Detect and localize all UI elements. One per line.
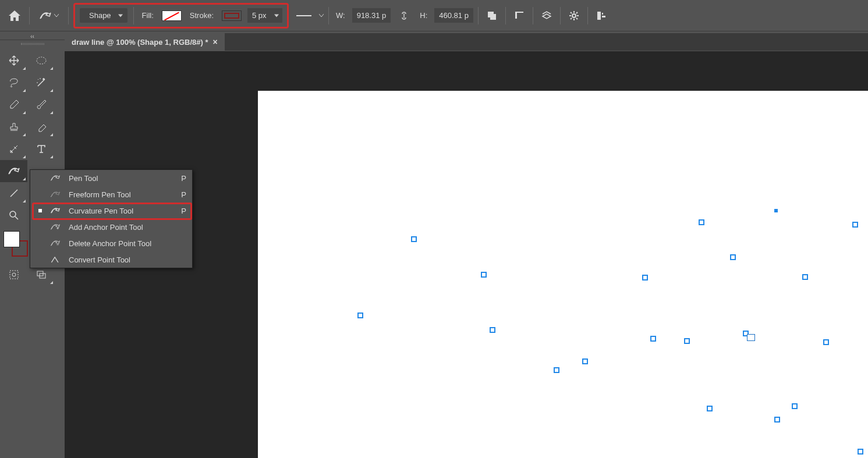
document-tab[interactable]: draw line @ 100% (Shape 1, RGB/8#) * × bbox=[65, 33, 225, 51]
path-anchor-point[interactable] bbox=[792, 403, 798, 409]
path-anchor-point[interactable] bbox=[774, 417, 780, 423]
divider bbox=[505, 7, 506, 24]
path-operations-button[interactable] bbox=[483, 7, 501, 24]
path-anchor-point-selected[interactable] bbox=[773, 208, 779, 214]
divider bbox=[478, 7, 479, 24]
close-tab-button[interactable]: × bbox=[212, 37, 217, 47]
tool-pen[interactable] bbox=[0, 160, 27, 182]
flyout-item[interactable]: Freeform Pen ToolP bbox=[30, 186, 192, 203]
shortcut-label: P bbox=[175, 190, 186, 199]
path-anchor-point[interactable] bbox=[823, 339, 829, 345]
stroke-width-input[interactable]: 5 px bbox=[247, 8, 282, 23]
fill-label: Fill: bbox=[142, 11, 154, 20]
tool-icon bbox=[50, 238, 61, 248]
tool-brush[interactable] bbox=[27, 94, 55, 116]
divider bbox=[29, 7, 30, 24]
mode-dropdown[interactable]: Shape bbox=[80, 8, 127, 23]
stroke-width-value: 5 px bbox=[252, 11, 267, 20]
path-anchor-point[interactable] bbox=[802, 274, 808, 280]
stroke-swatch[interactable] bbox=[222, 10, 242, 21]
svg-line-9 bbox=[10, 190, 17, 197]
width-label: W: bbox=[336, 11, 345, 20]
tool-icon bbox=[50, 222, 61, 232]
path-alignment-button[interactable] bbox=[511, 7, 528, 24]
svg-rect-1 bbox=[490, 14, 496, 20]
stroke-style-dropdown[interactable] bbox=[293, 10, 314, 22]
path-anchor-point[interactable] bbox=[650, 336, 656, 342]
shape-path[interactable] bbox=[65, 51, 239, 139]
link-wh-button[interactable] bbox=[395, 7, 413, 24]
fill-swatch[interactable] bbox=[162, 10, 182, 21]
flyout-label: Delete Anchor Point Tool bbox=[69, 239, 166, 248]
path-anchor-point[interactable] bbox=[699, 219, 704, 225]
path-anchor-point[interactable] bbox=[852, 222, 858, 228]
height-value: 460.81 p bbox=[439, 11, 469, 20]
toolbox-collapse-button[interactable]: ‹‹ bbox=[0, 33, 65, 40]
divider bbox=[587, 7, 588, 24]
flyout-item[interactable]: Convert Point Tool bbox=[30, 251, 192, 268]
svg-line-11 bbox=[15, 216, 18, 219]
flyout-label: Convert Point Tool bbox=[69, 255, 166, 264]
flyout-item[interactable]: Add Anchor Point Tool bbox=[30, 219, 192, 235]
color-swatches bbox=[3, 231, 28, 257]
tool-zoom[interactable] bbox=[0, 204, 27, 226]
active-marker bbox=[36, 209, 44, 212]
path-arrangement-button[interactable] bbox=[538, 7, 555, 24]
tool-preset-dropdown[interactable] bbox=[34, 8, 63, 23]
toolbox-grip[interactable] bbox=[0, 40, 65, 47]
foreground-color-swatch[interactable] bbox=[3, 231, 20, 247]
divider bbox=[328, 7, 329, 24]
stroke-label: Stroke: bbox=[190, 11, 214, 20]
path-anchor-point[interactable] bbox=[642, 275, 648, 281]
svg-point-8 bbox=[37, 57, 46, 64]
svg-point-13 bbox=[12, 273, 16, 276]
tool-gradient[interactable] bbox=[0, 138, 27, 160]
path-anchor-point[interactable] bbox=[411, 236, 417, 242]
tool-quickmask[interactable] bbox=[0, 264, 27, 286]
path-anchor-point[interactable] bbox=[730, 254, 736, 260]
height-input[interactable]: 460.81 p bbox=[434, 8, 473, 23]
tab-title: draw line @ 100% (Shape 1, RGB/8#) * bbox=[72, 38, 208, 47]
tool-icon bbox=[50, 189, 61, 200]
highlighted-options-group: Shape Fill: Stroke: 5 px bbox=[73, 3, 289, 29]
tool-magic-wand[interactable] bbox=[27, 72, 55, 94]
tool-eyedropper[interactable] bbox=[0, 94, 27, 116]
flyout-item[interactable]: Pen ToolP bbox=[30, 170, 192, 186]
settings-gear-button[interactable] bbox=[565, 7, 583, 24]
width-value: 918.31 p bbox=[357, 11, 387, 20]
flyout-label: Curvature Pen Tool bbox=[69, 207, 166, 215]
path-anchor-point[interactable] bbox=[582, 358, 588, 364]
tool-icon bbox=[50, 173, 61, 183]
flyout-label: Pen Tool bbox=[69, 174, 166, 183]
tool-eraser[interactable] bbox=[27, 116, 55, 138]
extra-options-button[interactable] bbox=[593, 7, 610, 24]
tool-marquee[interactable] bbox=[27, 49, 55, 72]
tool-type[interactable] bbox=[27, 138, 55, 160]
flyout-item[interactable]: Delete Anchor Point Tool bbox=[30, 235, 192, 251]
tool-move[interactable] bbox=[0, 49, 27, 72]
path-anchor-point[interactable] bbox=[481, 272, 487, 278]
path-anchor-point[interactable] bbox=[554, 367, 559, 373]
home-button[interactable] bbox=[5, 6, 24, 26]
pen-tool-flyout-menu: Pen ToolPFreeform Pen ToolPCurvature Pen… bbox=[30, 169, 193, 268]
svg-rect-5 bbox=[597, 12, 601, 20]
document-tab-strip: draw line @ 100% (Shape 1, RGB/8#) * × bbox=[65, 33, 868, 51]
width-input[interactable]: 918.31 p bbox=[352, 8, 391, 23]
flyout-label: Freeform Pen Tool bbox=[69, 190, 166, 199]
flyout-label: Add Anchor Point Tool bbox=[69, 223, 166, 232]
flyout-item[interactable]: Curvature Pen ToolP bbox=[30, 203, 192, 219]
path-anchor-point[interactable] bbox=[490, 327, 495, 333]
tool-icon bbox=[50, 205, 61, 216]
tool-line[interactable] bbox=[0, 182, 27, 204]
path-anchor-point[interactable] bbox=[357, 313, 363, 318]
tool-stamp[interactable] bbox=[0, 116, 27, 138]
path-anchor-point[interactable] bbox=[858, 449, 863, 455]
path-anchor-point[interactable] bbox=[684, 338, 690, 344]
artboard[interactable] bbox=[258, 91, 868, 458]
path-anchor-point[interactable] bbox=[707, 406, 713, 411]
svg-rect-12 bbox=[10, 271, 18, 279]
divider bbox=[560, 7, 561, 24]
shortcut-label: P bbox=[175, 174, 186, 183]
tool-lasso[interactable] bbox=[0, 72, 27, 94]
divider bbox=[533, 7, 533, 24]
